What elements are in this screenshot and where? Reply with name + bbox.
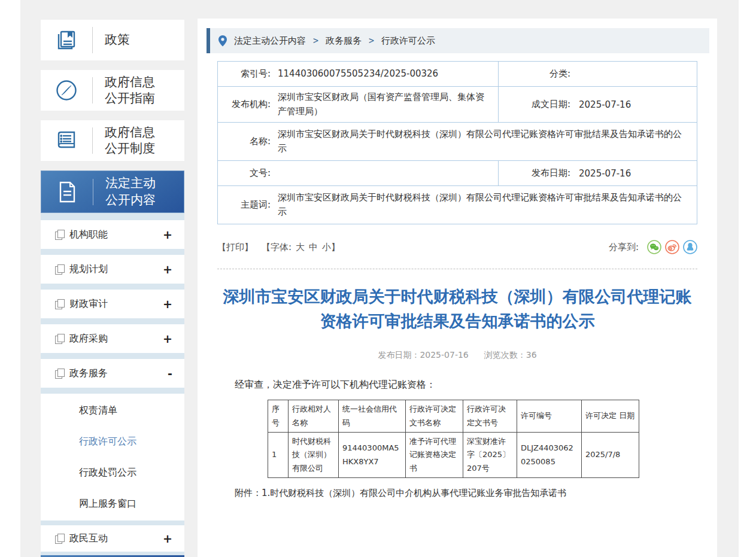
share-group: 分享到: xyxy=(609,240,697,254)
written-date-value: 2025-07-16 xyxy=(570,99,697,110)
qq-icon[interactable] xyxy=(683,240,697,254)
publish-date-meta-value: 2025-07-16 xyxy=(420,350,468,360)
sidebar-item-fiscal-audit[interactable]: 财政审计 + xyxy=(41,290,184,318)
submenu-item-responsibility-list[interactable]: 权责清单 xyxy=(41,395,184,426)
sidebar-item-gov-procurement[interactable]: 政府采购 + xyxy=(41,324,184,353)
compass-icon xyxy=(41,78,92,103)
pages-icon xyxy=(55,299,64,309)
sidebar-item-label: 政府信息公开制度 xyxy=(93,124,165,157)
sidebar-item-gov-info-rules[interactable]: 政府信息公开制度 xyxy=(41,120,184,161)
publisher-value: 深圳市宝安区财政局（国有资产监督管理局、集体资产管理局） xyxy=(271,90,498,118)
document-icon xyxy=(41,179,93,205)
publish-date-label: 发布日期: xyxy=(499,168,570,179)
policy-list-icon xyxy=(41,128,92,153)
expand-toggle-icon[interactable]: + xyxy=(163,263,172,276)
collapse-toggle-icon[interactable]: - xyxy=(168,367,172,380)
keywords-label: 主题词: xyxy=(218,199,271,211)
col-header-decision-doc-no: 行政许可决定文书号 xyxy=(463,400,517,433)
expand-toggle-icon[interactable]: + xyxy=(163,228,172,241)
article-meta: 发布日期：2025-07-16浏览次数：36 xyxy=(198,350,717,361)
doc-number-label: 文号: xyxy=(218,168,271,179)
cell-credit-code: 91440300MA5HKX8YX7 xyxy=(339,433,406,478)
book-icon xyxy=(41,28,92,52)
pages-icon xyxy=(55,230,64,239)
submenu-item-admin-penalty-publicity[interactable]: 行政处罚公示 xyxy=(41,457,184,488)
cell-decision-doc-no: 深宝财准许字〔2025〕207号 xyxy=(463,433,517,478)
sidebar-item-policy[interactable]: 政策 xyxy=(41,20,184,60)
location-pin-icon xyxy=(218,35,227,47)
attachment-label: 附件： xyxy=(235,488,262,498)
menu-item-label: 规划计划 xyxy=(69,263,108,276)
col-header-counterpart-name: 行政相对人名称 xyxy=(289,400,339,433)
col-header-seq: 序号 xyxy=(268,400,289,433)
title-label: 名称: xyxy=(218,136,271,147)
index-number-value: 114403060075505234/2025-00326 xyxy=(271,67,498,81)
font-size-medium-button[interactable]: 中 xyxy=(309,242,318,253)
submenu-item-online-service-window[interactable]: 网上服务窗口 xyxy=(41,488,184,519)
sidebar-item-planning[interactable]: 规划计划 + xyxy=(41,255,184,284)
menu-item-label: 机构职能 xyxy=(69,229,108,241)
menu-item-label: 政务服务 xyxy=(69,367,108,380)
sidebar-submenu: 权责清单 行政许可公示 行政处罚公示 网上服务窗口 xyxy=(41,394,184,521)
cell-decision-date: 2025/7/8 xyxy=(582,433,639,478)
license-result-table: 序号 行政相对人名称 统一社会信用代码 行政许可决定文书名称 行政许可决定文书号… xyxy=(268,400,639,478)
pages-icon xyxy=(55,369,64,378)
attachment-line: 附件：1.时代财税科技（深圳）有限公司中介机构从事代理记账业务审批告知承诺书 xyxy=(235,488,697,499)
breadcrumb-item[interactable]: 行政许可公示 xyxy=(381,35,435,47)
sidebar-item-gov-services[interactable]: 政务服务 - xyxy=(41,359,184,388)
sidebar: 政策 政府信息公开指南 政府信息公开制度 xyxy=(41,20,184,557)
col-header-license-no: 许可编号 xyxy=(517,400,582,433)
col-header-credit-code: 统一社会信用代码 xyxy=(339,400,406,433)
col-header-decision-doc-name: 行政许可决定文书名称 xyxy=(406,400,463,433)
pages-icon xyxy=(55,334,64,343)
publisher-label: 发布机构: xyxy=(218,99,271,110)
sidebar-item-org-functions[interactable]: 机构职能 + xyxy=(41,220,184,249)
font-size-large-button[interactable]: 大 xyxy=(296,242,305,253)
font-size-small-button[interactable]: 小 xyxy=(322,242,331,253)
views-value: 36 xyxy=(526,350,537,360)
table-header-row: 序号 行政相对人名称 统一社会信用代码 行政许可决定文书名称 行政许可决定文书号… xyxy=(268,400,639,433)
category-label: 分类: xyxy=(499,68,570,80)
document-info-table: 索引号: 114403060075505234/2025-00326 分类: 发… xyxy=(217,61,697,224)
pages-icon xyxy=(55,534,64,543)
cell-counterpart-name: 时代财税科技（深圳）有限公司 xyxy=(289,433,339,478)
cell-license-no: DLJZ44030620250085 xyxy=(517,433,582,478)
sidebar-item-gov-info-guide[interactable]: 政府信息公开指南 xyxy=(41,70,184,111)
sidebar-item-label: 政府信息公开指南 xyxy=(93,74,165,107)
wechat-icon[interactable] xyxy=(647,240,661,254)
menu-item-label: 政民互动 xyxy=(69,532,108,545)
weibo-icon[interactable] xyxy=(665,240,679,254)
sidebar-menu: 机构职能 + 规划计划 + 财政审计 + 政府采购 + 政务服务 - 权责清单 … xyxy=(41,213,184,557)
index-number-label: 索引号: xyxy=(218,68,271,80)
col-header-decision-date: 许可决定 日期 xyxy=(582,400,639,433)
expand-toggle-icon[interactable]: + xyxy=(163,332,172,345)
attachment-link[interactable]: 1.时代财税科技（深圳）有限公司中介机构从事代理记账业务审批告知承诺书 xyxy=(262,488,566,498)
breadcrumb: 法定主动公开内容 > 政务服务 > 行政许可公示 xyxy=(207,28,709,53)
breadcrumb-item[interactable]: 法定主动公开内容 xyxy=(234,35,306,47)
pages-icon xyxy=(55,264,64,274)
expand-toggle-icon[interactable]: + xyxy=(163,532,172,545)
views-label: 浏览次数： xyxy=(484,350,526,360)
title-value: 深圳市宝安区财政局关于时代财税科技（深圳）有限公司代理记账资格许可审批结果及告知… xyxy=(271,127,697,156)
expand-toggle-icon[interactable]: + xyxy=(163,297,172,311)
menu-item-label: 政府采购 xyxy=(69,333,108,345)
main-content: 法定主动公开内容 > 政务服务 > 行政许可公示 索引号: 1144030600… xyxy=(198,19,717,557)
keywords-value: 深圳市宝安区财政局关于时代财税科技（深圳）有限公司代理记账资格许可审批结果及告知… xyxy=(271,191,697,219)
breadcrumb-item[interactable]: 政务服务 xyxy=(326,35,362,47)
breadcrumb-separator: > xyxy=(313,35,318,46)
dashed-divider xyxy=(217,269,697,269)
written-date-label: 成文日期: xyxy=(499,99,570,110)
font-size-prefix: 【字体: xyxy=(262,242,292,253)
publish-date-value: 2025-07-16 xyxy=(570,168,697,179)
sidebar-item-public-interaction[interactable]: 政民互动 + xyxy=(41,525,184,552)
article-toolbar: 【打印】 【字体: 大 中 小 】 分享到: xyxy=(217,240,697,254)
sidebar-item-label: 法定主动公开内容 xyxy=(93,175,165,208)
cell-seq: 1 xyxy=(268,433,289,478)
print-button[interactable]: 【打印】 xyxy=(217,242,253,253)
sidebar-item-statutory-disclosure[interactable]: 法定主动公开内容 xyxy=(41,171,184,213)
font-size-suffix: 】 xyxy=(331,242,340,253)
article-title: 深圳市宝安区财政局关于时代财税科技（深圳）有限公司代理记账资格许可审批结果及告知… xyxy=(221,285,693,333)
publish-date-meta-label: 发布日期： xyxy=(378,350,420,360)
breadcrumb-separator: > xyxy=(369,35,374,46)
submenu-item-admin-license-publicity[interactable]: 行政许可公示 xyxy=(41,426,184,457)
